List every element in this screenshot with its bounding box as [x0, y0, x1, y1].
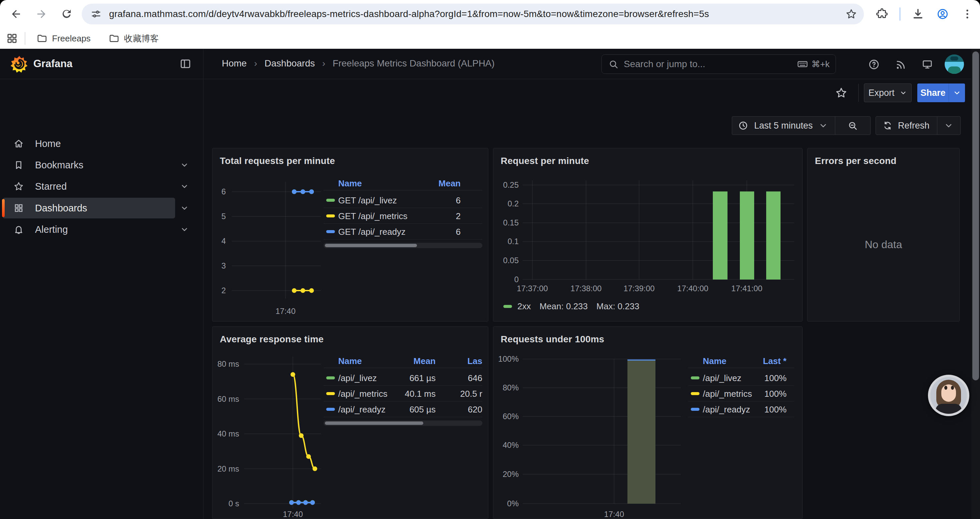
- sidebar-toggle-icon[interactable]: [180, 58, 191, 71]
- legend-mean: Mean: 0.233: [539, 301, 588, 311]
- legend-column-name[interactable]: Name: [703, 356, 727, 366]
- back-button[interactable]: [7, 5, 25, 23]
- bell-icon: [13, 224, 24, 235]
- chevron-down-icon[interactable]: [180, 160, 189, 170]
- sidebar-link[interactable]: Alerting: [3, 219, 175, 240]
- scrollbar-thumb[interactable]: [325, 244, 417, 247]
- url-bar[interactable]: grafana.mathmast.com/d/deytv4rwavabkb/fr…: [82, 4, 864, 24]
- news-rss-icon[interactable]: [894, 58, 907, 71]
- legend-cell-mean: 605 µs: [409, 404, 436, 415]
- series-color-pill: [326, 214, 335, 217]
- breadcrumb-dashboards[interactable]: Dashboards: [264, 58, 315, 69]
- legend-header: NameMeanLas: [323, 355, 482, 368]
- sidebar-item-bookmarks[interactable]: Bookmarks: [0, 155, 203, 175]
- bookmark-folder-blogs[interactable]: 收藏博客: [104, 31, 164, 46]
- reload-button[interactable]: [57, 5, 76, 23]
- series-color-pill: [691, 392, 700, 395]
- legend-row[interactable]: /api/_livez100%: [688, 370, 794, 386]
- legend-column-mean[interactable]: Mean: [414, 356, 436, 366]
- legend-scrollbar[interactable]: [323, 243, 482, 248]
- legend-column-las[interactable]: Las: [467, 356, 482, 366]
- zoom-out-icon[interactable]: [848, 121, 858, 131]
- search-input[interactable]: Search or jump to... ⌘+k: [601, 54, 836, 74]
- legend-table: NameMeanGET /api/_livez6GET /api/_metric…: [213, 148, 488, 322]
- scrollbar-thumb[interactable]: [972, 51, 979, 380]
- series-legend[interactable]: 2xx Mean: 0.233 Max: 0.233: [503, 301, 640, 311]
- legend-row[interactable]: GET /api/_metrics2: [323, 208, 482, 224]
- series-color-pill: [326, 408, 335, 411]
- series-color-pill: [326, 392, 335, 395]
- refresh-picker[interactable]: Refresh: [876, 116, 961, 135]
- request-per-minute-bar-chart[interactable]: 0.250.20.150.10.05017:37:0017:38:0017:39…: [493, 148, 803, 322]
- bookmark-icon: [13, 160, 24, 170]
- export-button[interactable]: Export: [864, 83, 912, 102]
- sidebar-link[interactable]: Starred: [3, 176, 175, 197]
- sidebar-item-label: Dashboards: [35, 203, 87, 214]
- profile-icon[interactable]: [934, 5, 951, 23]
- share-dropdown-icon[interactable]: [949, 83, 965, 102]
- legend-column-mean[interactable]: Mean: [439, 178, 461, 189]
- scrollbar-thumb[interactable]: [325, 422, 423, 425]
- legend-cell-name: /api/_metrics: [338, 389, 387, 399]
- grafana-logo[interactable]: [10, 55, 29, 73]
- site-info-icon[interactable]: [91, 8, 102, 20]
- browser-toolbar: grafana.mathmast.com/d/deytv4rwavabkb/fr…: [0, 0, 980, 28]
- puzzle-icon: [876, 8, 888, 20]
- favorite-star-icon[interactable]: [835, 86, 848, 99]
- url-text[interactable]: grafana.mathmast.com/d/deytv4rwavabkb/fr…: [109, 9, 845, 19]
- legend-scrollbar[interactable]: [323, 420, 482, 426]
- legend-row[interactable]: /api/_metrics40.1 ms20.5 r: [323, 386, 482, 401]
- legend-row[interactable]: /api/_metrics100%: [688, 386, 794, 401]
- time-range-picker[interactable]: Last 5 minutes: [732, 116, 870, 135]
- svg-text:0.15: 0.15: [503, 218, 519, 227]
- legend-row[interactable]: GET /api/_livez6: [323, 192, 482, 208]
- chevron-down-icon[interactable]: [180, 225, 189, 234]
- sidebar-link[interactable]: Bookmarks: [3, 155, 175, 175]
- sidebar-item-dashboards[interactable]: Dashboards: [0, 198, 203, 219]
- display-icon[interactable]: [921, 58, 934, 71]
- sidebar-item-home[interactable]: Home: [0, 133, 203, 154]
- sidebar-brand-row: Grafana: [0, 49, 203, 79]
- sidebar-item-starred[interactable]: Starred: [0, 176, 203, 197]
- panel-title[interactable]: Errors per second: [815, 156, 897, 166]
- sidebar-link[interactable]: Home: [3, 133, 175, 154]
- legend-column-name[interactable]: Name: [338, 178, 362, 189]
- bookmark-star-icon[interactable]: [845, 8, 857, 20]
- dots-v-icon: [961, 8, 973, 20]
- star-icon: [13, 181, 24, 192]
- share-button-label[interactable]: Share: [917, 83, 949, 102]
- forward-button[interactable]: [32, 5, 51, 23]
- chevron-down-icon[interactable]: [180, 182, 189, 191]
- extensions-icon[interactable]: [873, 5, 891, 23]
- legend-row[interactable]: /api/_readyz605 µs620: [323, 401, 482, 417]
- bookmark-folder-freeleaps[interactable]: Freeleaps: [32, 31, 95, 46]
- share-button[interactable]: Share: [917, 83, 965, 102]
- sidebar-link[interactable]: Dashboards: [3, 198, 175, 219]
- legend-row[interactable]: GET /api/_readyz6: [323, 224, 482, 240]
- legend-column-name[interactable]: Name: [338, 356, 362, 366]
- panel-title[interactable]: Request per minute: [501, 156, 589, 166]
- help-icon[interactable]: [867, 58, 881, 71]
- sidebar-item-alerting[interactable]: Alerting: [0, 219, 203, 240]
- user-avatar[interactable]: [945, 54, 964, 74]
- menu-dots-icon[interactable]: [959, 5, 976, 23]
- legend-cell-name: GET /api/_metrics: [338, 211, 407, 222]
- search-icon: [608, 59, 619, 69]
- legend-row[interactable]: /api/_livez661 µs646: [323, 370, 482, 386]
- legend-column-last[interactable]: Last *: [763, 356, 786, 366]
- floating-assistant-avatar[interactable]: [928, 375, 969, 416]
- legend-cell-name: /api/_livez: [338, 373, 377, 383]
- chevron-down-icon[interactable]: [180, 203, 189, 213]
- downloads-icon[interactable]: [909, 5, 927, 23]
- bookmarks-bar: Freeleaps 收藏博客: [0, 28, 980, 49]
- legend-row[interactable]: /api/_readyz100%: [688, 401, 794, 417]
- series-color-pill: [691, 376, 700, 379]
- breadcrumb-separator: ›: [254, 58, 257, 69]
- page-scrollbar[interactable]: [971, 49, 980, 519]
- refresh-interval-chevron-icon[interactable]: [943, 121, 954, 131]
- breadcrumb-home[interactable]: Home: [222, 58, 247, 69]
- reload-icon: [61, 8, 73, 20]
- apps-grid-icon[interactable]: [6, 32, 18, 45]
- legend-cell-last: 646: [468, 373, 482, 383]
- series-color-pill: [326, 376, 335, 379]
